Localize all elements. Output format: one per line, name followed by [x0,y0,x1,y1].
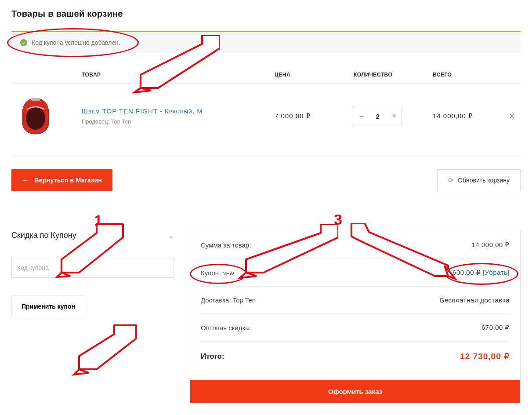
shipping-label: Доставка: Top Ten [201,296,256,304]
annotation-number-2: 2 [126,322,134,339]
item-total: 14 000,00 ₽ [433,112,503,120]
checkout-button[interactable]: Оформить заказ [190,380,520,403]
product-name-link[interactable]: Шлем TOP TEN FIGHT - Красный, M [82,107,275,115]
seller-label: Продавец: Top Ten [82,118,275,125]
qty-value: 2 [369,113,387,120]
page-title: Товары в вашей корзине [11,9,521,19]
total-value: 12 730,00 ₽ [460,351,510,361]
annotation-ellipse-3b [445,263,518,285]
cart-table: ТОВАР ЦЕНА КОЛИЧЕСТВО ВСЕГО Шлем TOP TEN… [11,66,521,156]
annotation-ellipse-3a [190,264,247,284]
update-cart-button[interactable]: Обновить корзину [437,169,521,191]
annotation-number-1: 1 [94,212,102,229]
col-qty: КОЛИЧЕСТВО [354,72,433,78]
col-total: ВСЕГО [433,72,503,78]
total-label: Итого: [201,352,224,361]
refresh-icon [448,177,453,184]
qty-plus-button[interactable]: + [387,112,402,120]
annotation-number-3: 3 [334,211,342,228]
subtotal-label: Сумма за товар: [201,241,251,249]
coupon-title: Скидка по Купону [11,231,76,240]
cart-header: ТОВАР ЦЕНА КОЛИЧЕСТВО ВСЕГО [11,66,521,84]
arrow-left-icon [22,176,29,184]
svg-point-0 [26,107,45,130]
annotation-ellipse-4 [7,28,139,57]
product-thumb[interactable] [11,94,60,138]
apply-coupon-button[interactable]: Применить купон [11,295,85,317]
qty-minus-button[interactable]: – [354,112,369,120]
quantity-stepper[interactable]: – 2 + [354,108,402,124]
coupon-code-input[interactable] [11,258,174,278]
cart-row: Шлем TOP TEN FIGHT - Красный, M Продавец… [11,84,521,156]
shipping-value: Бесплатная доставка [440,296,510,304]
bulk-discount-label: Оптовая скидка: [201,324,251,331]
bulk-discount-value: 670,00 ₽ [481,324,510,331]
item-price: 7 000,00 ₽ [275,112,354,120]
helmet-icon [18,96,53,136]
remove-item-button[interactable]: ✕ [503,111,521,121]
annotation-number-4: 4 [211,33,219,51]
col-price: ЦЕНА [275,72,354,78]
chevron-down-icon[interactable]: ⌄ [169,232,174,239]
back-to-shop-button[interactable]: Вернуться в Магазин [11,169,112,191]
col-product: ТОВАР [82,72,275,78]
coupon-panel: Скидка по Купону ⌄ Применить купон [11,231,174,405]
order-summary: Сумма за товар: 14 000,00 ₽ Купон: new -… [190,231,521,405]
subtotal-value: 14 000,00 ₽ [472,241,510,249]
svg-rect-1 [31,98,40,101]
